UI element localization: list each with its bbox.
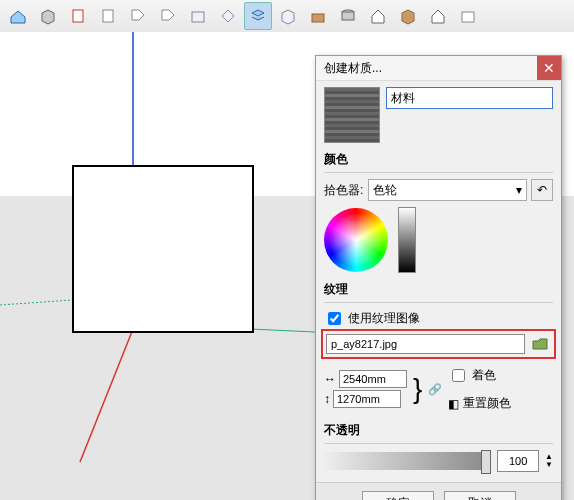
- panel-title: 创建材质...: [324, 60, 382, 77]
- tool-drawer-icon[interactable]: [304, 2, 332, 30]
- colorize-checkbox[interactable]: [452, 369, 465, 382]
- tool-tag2-icon[interactable]: [154, 2, 182, 30]
- brace-icon: }: [413, 379, 422, 399]
- ok-button[interactable]: 确定: [362, 491, 434, 500]
- tool-cube-icon[interactable]: [34, 2, 62, 30]
- svg-rect-1: [103, 10, 113, 22]
- tool-cylinder-icon[interactable]: [334, 2, 362, 30]
- tool-house3d-icon[interactable]: [4, 2, 32, 30]
- axis-x-green-neg: [0, 300, 72, 305]
- texture-height-input[interactable]: [333, 390, 401, 408]
- main-toolbar: [0, 0, 574, 33]
- texture-file-row-highlighted: [324, 332, 553, 356]
- tool-house2-icon[interactable]: [424, 2, 452, 30]
- opacity-section-label: 不透明: [324, 422, 553, 439]
- opacity-stepper[interactable]: ▲▼: [545, 453, 553, 469]
- panel-titlebar[interactable]: 创建材质... ✕: [316, 56, 561, 81]
- axis-x-green: [250, 329, 315, 332]
- use-texture-checkbox[interactable]: [328, 312, 341, 325]
- opacity-input[interactable]: [497, 450, 539, 472]
- texture-width-input[interactable]: [339, 370, 407, 388]
- color-wheel[interactable]: [324, 208, 388, 272]
- width-icon: ↔: [324, 372, 336, 386]
- link-aspect-icon[interactable]: 🔗: [428, 382, 442, 396]
- browse-texture-button[interactable]: [529, 334, 551, 354]
- height-icon: ↕: [324, 392, 330, 406]
- picker-select[interactable]: 色轮▾: [368, 179, 527, 201]
- axis-y-red: [80, 329, 133, 462]
- tool-house-icon[interactable]: [364, 2, 392, 30]
- cancel-button[interactable]: 取消: [444, 491, 516, 500]
- tool-layers-icon[interactable]: [244, 2, 272, 30]
- svg-rect-5: [342, 12, 354, 20]
- tool-tag-icon[interactable]: [124, 2, 152, 30]
- svg-rect-2: [192, 12, 204, 22]
- value-slider[interactable]: [398, 207, 416, 273]
- picker-back-button[interactable]: ↶: [531, 179, 553, 201]
- picker-label: 拾色器:: [324, 182, 364, 199]
- opacity-slider[interactable]: [324, 452, 491, 470]
- tool-box-icon[interactable]: [184, 2, 212, 30]
- tool-doc-icon[interactable]: [64, 2, 92, 30]
- material-preview: [324, 87, 380, 143]
- drawn-rectangle[interactable]: [72, 165, 254, 333]
- texture-file-input[interactable]: [326, 334, 525, 354]
- create-material-panel: 创建材质... ✕ 颜色 拾色器: 色轮▾ ↶ 纹理 使用纹理图像: [315, 55, 562, 500]
- svg-rect-6: [462, 12, 474, 22]
- tool-diamond-icon[interactable]: [214, 2, 242, 30]
- svg-rect-0: [73, 10, 83, 22]
- svg-rect-3: [312, 14, 324, 22]
- reset-color-icon[interactable]: ◧: [448, 397, 459, 411]
- color-section-label: 颜色: [324, 151, 553, 168]
- material-name-input[interactable]: [386, 87, 553, 109]
- texture-section-label: 纹理: [324, 281, 553, 298]
- chevron-down-icon: ▾: [516, 183, 522, 197]
- tool-doc2-icon[interactable]: [94, 2, 122, 30]
- tool-box3-icon[interactable]: [394, 2, 422, 30]
- close-button[interactable]: ✕: [537, 56, 561, 80]
- tool-box4-icon[interactable]: [454, 2, 482, 30]
- use-texture-label: 使用纹理图像: [348, 310, 420, 327]
- tool-cube2-icon[interactable]: [274, 2, 302, 30]
